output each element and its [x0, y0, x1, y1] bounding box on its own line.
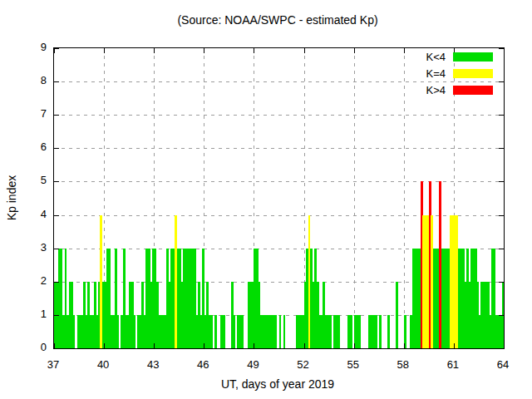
- x-tick-mark: [404, 343, 405, 348]
- kp-bar: [329, 315, 332, 348]
- x-tick-label: 37: [47, 358, 59, 372]
- kp-bar: [233, 315, 235, 348]
- y-tick-mark: [499, 81, 504, 82]
- y-tick-label: 3: [22, 241, 47, 254]
- x-tick-mark: [504, 343, 505, 348]
- x-tick-label: 61: [447, 358, 459, 372]
- y-tick-label: 1: [22, 308, 47, 321]
- horizontal-gridline: [54, 148, 504, 149]
- x-tick-label: 49: [247, 358, 259, 372]
- legend-swatch: [453, 86, 493, 95]
- kp-bar: [274, 315, 277, 348]
- x-tick-label: 64: [497, 358, 509, 372]
- x-tick-label: 52: [297, 358, 308, 372]
- x-tick-mark: [204, 48, 204, 53]
- x-tick-mark: [304, 343, 305, 348]
- x-tick-mark: [104, 48, 105, 53]
- y-tick-mark: [499, 215, 504, 216]
- kp-bar: [175, 215, 177, 348]
- kp-bar: [379, 315, 382, 348]
- kp-bar: [241, 315, 244, 348]
- x-tick-mark: [154, 343, 155, 348]
- x-tick-mark: [354, 48, 355, 53]
- legend-swatch: [453, 69, 493, 78]
- y-tick-label: 2: [22, 274, 47, 288]
- horizontal-gridline: [54, 115, 504, 116]
- y-tick-label: 7: [22, 107, 47, 121]
- y-tick-mark: [499, 181, 504, 182]
- y-tick-label: 8: [22, 74, 47, 87]
- horizontal-gridline: [54, 215, 504, 216]
- y-tick-mark: [54, 115, 59, 116]
- vertical-gridline: [354, 48, 355, 348]
- y-tick-mark: [54, 48, 59, 49]
- y-tick-mark: [499, 148, 504, 149]
- x-tick-mark: [504, 48, 505, 53]
- y-tick-mark: [54, 148, 59, 149]
- legend-swatch: [453, 52, 493, 62]
- legend: K<4K=4K>4: [426, 52, 494, 101]
- x-tick-mark: [454, 343, 455, 348]
- y-tick-mark: [54, 348, 59, 349]
- x-tick-mark: [354, 343, 355, 348]
- kp-bar: [116, 315, 119, 348]
- y-tick-mark: [499, 282, 504, 283]
- y-tick-label: 5: [22, 174, 47, 187]
- kp-bar: [133, 315, 135, 348]
- y-tick-label: 4: [22, 208, 47, 221]
- kp-bar: [375, 315, 377, 348]
- legend-label: K<4: [426, 52, 446, 62]
- kp-bar: [337, 315, 340, 348]
- kp-bar: [283, 315, 286, 348]
- kp-bar: [308, 215, 311, 348]
- x-tick-mark: [404, 48, 405, 53]
- y-tick-mark: [54, 215, 59, 216]
- x-tick-mark: [254, 48, 254, 53]
- y-tick-mark: [54, 181, 59, 182]
- vertical-gridline: [404, 48, 405, 348]
- y-tick-mark: [499, 315, 504, 316]
- kp-bar: [73, 315, 76, 348]
- x-tick-mark: [204, 343, 204, 348]
- kp-bar: [456, 215, 458, 348]
- legend-label: K=4: [426, 68, 446, 79]
- kp-bar: [210, 315, 213, 348]
- x-tick-mark: [254, 343, 254, 348]
- kp-bar: [431, 215, 433, 348]
- x-tick-mark: [154, 48, 155, 53]
- legend-entry: K=4: [426, 68, 494, 79]
- kp-bar: [279, 315, 282, 348]
- x-tick-label: 40: [97, 358, 109, 372]
- y-tick-mark: [54, 282, 59, 283]
- kp-bar: [439, 181, 441, 348]
- kp-bar: [350, 315, 352, 348]
- kp-bar: [358, 315, 361, 348]
- y-tick-mark: [54, 249, 59, 249]
- plot-area: K<4K=4K>4: [53, 47, 505, 349]
- y-tick-mark: [499, 48, 504, 49]
- kp-bar: [387, 315, 390, 348]
- y-tick-mark: [499, 249, 504, 249]
- kp-bar: [214, 315, 217, 348]
- x-tick-label: 55: [347, 358, 358, 372]
- x-tick-label: 46: [197, 358, 209, 372]
- x-tick-label: 58: [397, 358, 409, 372]
- legend-entry: K<4: [426, 52, 494, 62]
- y-tick-label: 6: [22, 140, 47, 154]
- x-tick-mark: [104, 343, 105, 348]
- legend-label: K>4: [426, 85, 446, 96]
- x-axis-label: UT, days of year 2019: [221, 377, 334, 391]
- kp-bar: [396, 282, 398, 348]
- y-tick-mark: [499, 348, 504, 349]
- y-tick-mark: [499, 115, 504, 116]
- y-tick-label: 0: [22, 341, 47, 354]
- y-tick-mark: [54, 315, 59, 316]
- chart-title: (Source: NOAA/SWPC - estimated Kp): [177, 13, 377, 27]
- x-tick-label: 43: [147, 358, 159, 372]
- y-tick-label: 9: [22, 41, 47, 54]
- y-tick-mark: [54, 81, 59, 82]
- kp-index-chart: (Source: NOAA/SWPC - estimated Kp) Kp in…: [0, 0, 532, 399]
- y-axis-label: Kp index: [5, 156, 18, 239]
- kp-bar: [223, 315, 225, 348]
- kp-bar: [100, 215, 102, 348]
